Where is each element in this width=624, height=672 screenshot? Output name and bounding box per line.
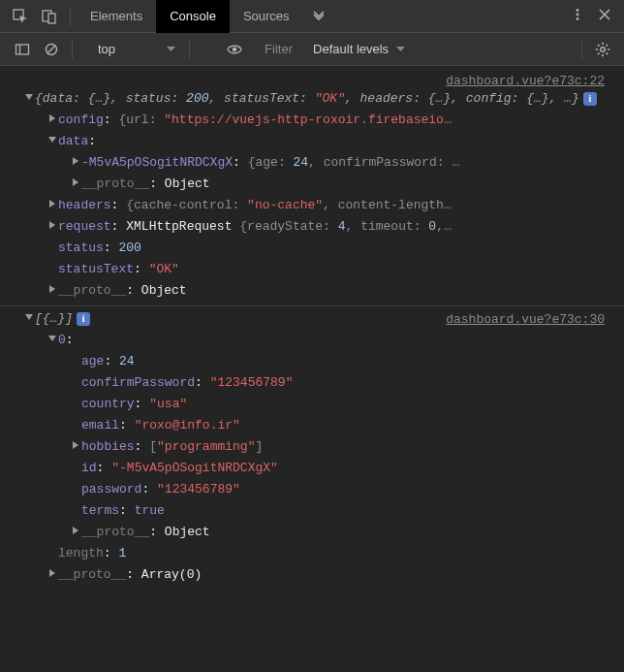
expand-toggle[interactable] [70,174,81,186]
object-property-row: statusText: "OK" [0,259,624,280]
property[interactable]: __proto__: Object [81,522,624,543]
property[interactable]: id: "-M5vA5pOSogitNRDCXgX" [81,458,624,479]
chevron-down-icon [396,42,405,56]
property[interactable]: statusText: "OK" [58,259,624,280]
property[interactable]: 0: [58,330,624,351]
property[interactable]: status: 200 [58,238,624,259]
spacer [47,259,58,264]
toolbar-separator [189,40,190,59]
console-output: dashboard.vue?e73c:22 {data: {…}, status… [0,66,624,586]
expand-toggle[interactable] [47,110,58,122]
svg-line-16 [598,44,600,46]
svg-point-3 [577,9,579,12]
property[interactable]: hobbies: ["programming"] [81,436,624,458]
property[interactable]: age: 24 [81,351,624,372]
log-levels-select[interactable]: Default levels [313,42,405,56]
kebab-menu-icon[interactable] [564,8,591,24]
property[interactable]: -M5vA5pOSogitNRDCXgX: {age: 24, confirmP… [81,152,624,174]
inspect-icon[interactable] [9,5,32,28]
sidebar-toggle-icon[interactable] [11,38,34,61]
filter-input[interactable] [263,39,305,60]
object-property-row: headers: {cache-control: "no-cache", con… [0,195,624,216]
spacer [47,543,58,548]
clear-console-icon[interactable] [40,38,63,61]
source-link[interactable]: dashboard.vue?e73c:22 [0,70,624,88]
property[interactable]: request: XMLHttpRequest {readyState: 4, … [58,216,624,238]
svg-point-11 [601,47,606,51]
object-property-row: 0: [0,330,624,351]
property[interactable]: password: "123456789" [81,479,624,500]
device-toggle-icon[interactable] [38,5,61,28]
object-property-row: __proto__: Object [0,174,624,195]
expand-toggle[interactable] [70,152,81,165]
devtools-tab-bar: Elements Console Sources [0,0,624,33]
object-summary[interactable]: {data: {…}, status: 200, statusText: "OK… [35,88,624,110]
log-levels-label: Default levels [313,42,389,56]
object-property-row: email: "roxo@info.ir" [0,415,624,436]
svg-rect-2 [48,14,55,23]
more-tabs-icon[interactable] [313,9,325,23]
property[interactable]: terms: true [81,500,624,522]
toolbar-separator [72,40,73,59]
property[interactable]: data: [58,131,624,152]
property[interactable]: email: "roxo@info.ir" [81,415,624,436]
svg-point-10 [233,47,237,51]
property[interactable]: confirmPassword: "123456789" [81,372,624,394]
expand-toggle[interactable] [70,522,81,534]
spacer [70,394,81,399]
property[interactable]: headers: {cache-control: "no-cache", con… [58,195,624,216]
execution-context-label: top [98,42,115,56]
expand-toggle[interactable] [47,330,58,342]
chevron-down-icon [167,42,175,56]
settings-icon[interactable] [591,38,614,61]
property[interactable]: length: 1 [58,543,624,564]
property[interactable]: config: {url: "https://vuejs-http-roxoir… [58,110,624,131]
spacer [47,238,58,242]
object-property-row: terms: true [0,500,624,522]
expand-toggle[interactable] [47,280,58,293]
object-property-row: confirmPassword: "123456789" [0,372,624,394]
tab-console[interactable]: Console [156,0,230,33]
svg-rect-6 [16,45,29,54]
spacer [70,458,81,463]
object-property-row: age: 24 [0,351,624,372]
object-property-row: __proto__: Object [0,522,624,543]
expand-toggle[interactable] [47,195,58,208]
expand-toggle[interactable] [23,88,35,101]
execution-context-select[interactable]: top [88,40,183,59]
expand-toggle[interactable] [47,564,58,577]
svg-point-5 [577,17,579,20]
close-icon[interactable] [591,9,618,23]
object-property-row: length: 1 [0,543,624,564]
expand-toggle[interactable] [70,436,81,449]
object-property-row: country: "usa" [0,394,624,415]
expand-toggle[interactable] [47,216,58,229]
source-link[interactable]: dashboard.vue?e73c:30 [446,308,624,327]
live-expression-icon[interactable] [223,38,246,61]
expand-toggle[interactable] [47,131,58,144]
tab-label: Console [170,9,216,23]
tab-elements[interactable]: Elements [77,0,156,33]
tab-sources[interactable]: Sources [230,0,303,33]
expand-toggle[interactable] [23,308,35,321]
object-property-row: data: [0,131,624,152]
svg-line-19 [607,44,608,46]
info-badge-icon[interactable]: i [77,312,90,326]
object-summary[interactable]: [{…}]i [35,308,446,330]
log-summary-row: [{…}]i [0,308,446,330]
info-badge-icon[interactable]: i [583,92,597,106]
toolbar-separator [581,40,582,59]
spacer [70,351,81,356]
object-property-row: -M5vA5pOSogitNRDCXgX: {age: 24, confirmP… [0,152,624,174]
property[interactable]: __proto__: Array(0) [58,564,624,586]
object-property-row: id: "-M5vA5pOSogitNRDCXgX" [0,458,624,479]
property[interactable]: __proto__: Object [81,174,624,195]
property[interactable]: __proto__: Object [58,280,624,302]
object-property-row: status: 200 [0,238,624,259]
svg-line-17 [607,52,608,54]
object-property-row: __proto__: Array(0) [0,564,624,586]
svg-line-18 [598,52,600,54]
property[interactable]: country: "usa" [81,394,624,415]
object-property-row: request: XMLHttpRequest {readyState: 4, … [0,216,624,238]
spacer [70,415,81,420]
